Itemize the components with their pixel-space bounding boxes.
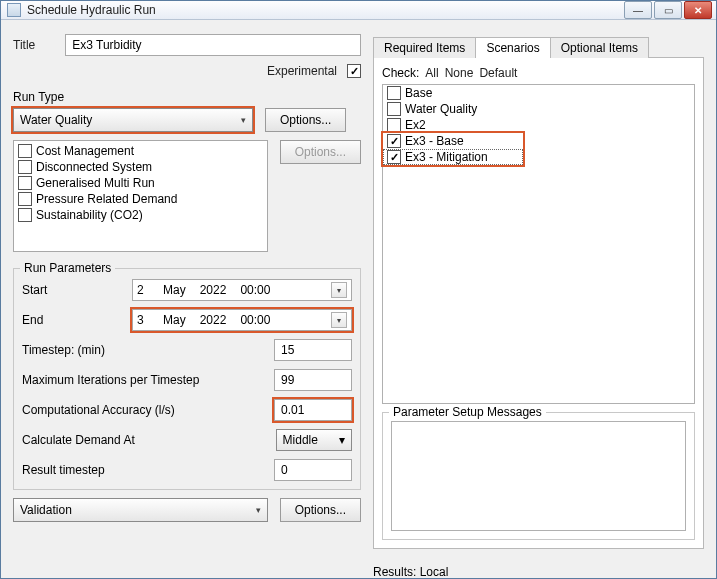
- tabs: Required Items Scenarios Optional Items: [373, 34, 704, 58]
- checkbox[interactable]: [387, 150, 401, 164]
- experimental-label: Experimental: [267, 64, 337, 78]
- accuracy-input[interactable]: [274, 399, 352, 421]
- start-date-input[interactable]: 2 May 2022 00:00 ▾: [132, 279, 352, 301]
- checkbox[interactable]: [18, 144, 32, 158]
- validation-options-button[interactable]: Options...: [280, 498, 361, 522]
- accuracy-label: Computational Accuracy (l/s): [22, 403, 274, 417]
- checkbox[interactable]: [18, 192, 32, 206]
- app-icon: [7, 3, 21, 17]
- run-parameters-legend: Run Parameters: [20, 261, 115, 275]
- list-item: Disconnected System: [18, 159, 263, 175]
- minimize-button[interactable]: —: [624, 1, 652, 19]
- experimental-checkbox[interactable]: [347, 64, 361, 78]
- checkbox[interactable]: [387, 134, 401, 148]
- tab-pane: Check: All None Default Base Water Quali…: [373, 58, 704, 549]
- checkbox[interactable]: [18, 160, 32, 174]
- window: Schedule Hydraulic Run — ▭ ✕ Title Exper…: [0, 0, 717, 579]
- list-item: Sustainability (CO2): [18, 207, 263, 223]
- run-type-options2-button: Options...: [280, 140, 361, 164]
- calendar-icon[interactable]: ▾: [331, 312, 347, 328]
- checkbox[interactable]: [387, 102, 401, 116]
- maximize-button[interactable]: ▭: [654, 1, 682, 19]
- chevron-down-icon: ▾: [241, 115, 246, 125]
- checkbox[interactable]: [387, 118, 401, 132]
- check-default-link[interactable]: Default: [479, 66, 517, 80]
- list-item: Pressure Related Demand: [18, 191, 263, 207]
- run-type-checklist[interactable]: Cost Management Disconnected System Gene…: [13, 140, 268, 252]
- list-item: Cost Management: [18, 143, 263, 159]
- title-label: Title: [13, 38, 35, 52]
- check-all-link[interactable]: All: [425, 66, 438, 80]
- window-title: Schedule Hydraulic Run: [27, 3, 624, 17]
- checkbox[interactable]: [18, 176, 32, 190]
- close-button[interactable]: ✕: [684, 1, 712, 19]
- calcat-select[interactable]: Middle ▾: [276, 429, 352, 451]
- list-item: Ex2: [383, 117, 694, 133]
- run-parameters-group: Run Parameters Start 2 May 2022 00:00 ▾ …: [13, 268, 361, 490]
- parameter-setup-messages: Parameter Setup Messages: [382, 412, 695, 540]
- list-item: Water Quality: [383, 101, 694, 117]
- start-label: Start: [22, 283, 132, 297]
- calendar-icon[interactable]: ▾: [331, 282, 347, 298]
- list-item: Generalised Multi Run: [18, 175, 263, 191]
- run-type-options-button[interactable]: Options...: [265, 108, 346, 132]
- resultts-input[interactable]: [274, 459, 352, 481]
- timestep-label: Timestep: (min): [22, 343, 274, 357]
- titlebar: Schedule Hydraulic Run — ▭ ✕: [1, 1, 716, 20]
- list-item: Ex3 - Base: [383, 133, 523, 149]
- tab-optional-items[interactable]: Optional Items: [550, 37, 649, 58]
- chevron-down-icon: ▾: [339, 433, 345, 447]
- timestep-input[interactable]: [274, 339, 352, 361]
- run-type-value: Water Quality: [20, 113, 92, 127]
- title-input[interactable]: [65, 34, 361, 56]
- run-type-select[interactable]: Water Quality ▾: [13, 108, 253, 132]
- end-date-input[interactable]: 3 May 2022 00:00 ▾: [132, 309, 352, 331]
- calcat-label: Calculate Demand At: [22, 433, 276, 447]
- checkbox[interactable]: [387, 86, 401, 100]
- maxiter-label: Maximum Iterations per Timestep: [22, 373, 274, 387]
- list-item: Ex3 - Mitigation: [383, 149, 523, 165]
- run-type-label: Run Type: [13, 90, 361, 104]
- validation-select[interactable]: Validation ▾: [13, 498, 268, 522]
- results-label: Results: Local: [373, 565, 704, 579]
- check-none-link[interactable]: None: [445, 66, 474, 80]
- tab-scenarios[interactable]: Scenarios: [475, 37, 550, 58]
- tab-required-items[interactable]: Required Items: [373, 37, 476, 58]
- list-item: Base: [383, 85, 694, 101]
- resultts-label: Result timestep: [22, 463, 274, 477]
- end-label: End: [22, 313, 132, 327]
- check-label: Check:: [382, 66, 419, 80]
- maxiter-input[interactable]: [274, 369, 352, 391]
- checkbox[interactable]: [18, 208, 32, 222]
- scenario-list[interactable]: Base Water Quality Ex2 Ex3 - Base Ex3 - …: [382, 84, 695, 404]
- chevron-down-icon: ▾: [256, 505, 261, 515]
- psm-textarea[interactable]: [391, 421, 686, 531]
